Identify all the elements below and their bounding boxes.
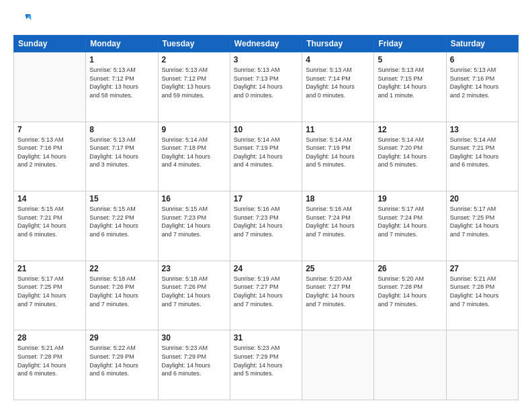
day-number: 1 <box>89 55 154 64</box>
day-cell: 25Sunrise: 5:20 AM Sunset: 7:27 PM Dayli… <box>302 261 374 330</box>
day-info: Sunrise: 5:14 AM Sunset: 7:19 PM Dayligh… <box>234 136 298 169</box>
weekday-header-row: SundayMondayTuesdayWednesdayThursdayFrid… <box>14 36 519 52</box>
day-info: Sunrise: 5:14 AM Sunset: 7:19 PM Dayligh… <box>306 136 370 169</box>
weekday-saturday: Saturday <box>446 36 518 52</box>
day-number: 23 <box>162 264 226 273</box>
day-number: 25 <box>306 264 370 273</box>
day-info: Sunrise: 5:15 AM Sunset: 7:23 PM Dayligh… <box>162 205 226 238</box>
day-number: 21 <box>17 264 82 273</box>
logo <box>13 11 35 30</box>
day-number: 29 <box>89 333 154 342</box>
day-number: 18 <box>306 194 370 203</box>
day-info: Sunrise: 5:20 AM Sunset: 7:28 PM Dayligh… <box>378 275 442 308</box>
day-cell <box>14 52 86 122</box>
day-info: Sunrise: 5:20 AM Sunset: 7:27 PM Dayligh… <box>306 275 370 308</box>
day-info: Sunrise: 5:17 AM Sunset: 7:25 PM Dayligh… <box>450 205 515 238</box>
weekday-thursday: Thursday <box>302 36 374 52</box>
day-cell: 15Sunrise: 5:15 AM Sunset: 7:22 PM Dayli… <box>86 191 158 261</box>
day-cell: 28Sunrise: 5:21 AM Sunset: 7:28 PM Dayli… <box>14 330 86 400</box>
day-cell: 10Sunrise: 5:14 AM Sunset: 7:19 PM Dayli… <box>230 122 302 191</box>
day-number: 4 <box>306 55 370 64</box>
day-cell: 31Sunrise: 5:23 AM Sunset: 7:29 PM Dayli… <box>230 330 302 400</box>
day-number: 15 <box>89 194 154 203</box>
day-cell: 1Sunrise: 5:13 AM Sunset: 7:12 PM Daylig… <box>86 52 158 122</box>
day-number: 11 <box>306 125 370 134</box>
week-row-5: 28Sunrise: 5:21 AM Sunset: 7:28 PM Dayli… <box>14 330 519 400</box>
day-cell: 21Sunrise: 5:17 AM Sunset: 7:25 PM Dayli… <box>14 261 86 330</box>
day-cell: 14Sunrise: 5:15 AM Sunset: 7:21 PM Dayli… <box>14 191 86 261</box>
day-info: Sunrise: 5:13 AM Sunset: 7:13 PM Dayligh… <box>234 66 298 99</box>
day-number: 17 <box>234 194 298 203</box>
weekday-friday: Friday <box>374 36 446 52</box>
header <box>13 11 519 30</box>
day-number: 24 <box>234 264 298 273</box>
day-number: 27 <box>450 264 515 273</box>
day-cell: 6Sunrise: 5:13 AM Sunset: 7:16 PM Daylig… <box>446 52 518 122</box>
day-info: Sunrise: 5:19 AM Sunset: 7:27 PM Dayligh… <box>234 275 298 308</box>
weekday-tuesday: Tuesday <box>158 36 230 52</box>
day-cell <box>446 330 518 400</box>
day-info: Sunrise: 5:23 AM Sunset: 7:29 PM Dayligh… <box>162 344 226 377</box>
day-number: 10 <box>234 125 298 134</box>
day-number: 12 <box>378 125 442 134</box>
day-cell: 16Sunrise: 5:15 AM Sunset: 7:23 PM Dayli… <box>158 191 230 261</box>
day-cell: 9Sunrise: 5:14 AM Sunset: 7:18 PM Daylig… <box>158 122 230 191</box>
day-info: Sunrise: 5:13 AM Sunset: 7:15 PM Dayligh… <box>378 66 442 99</box>
day-info: Sunrise: 5:22 AM Sunset: 7:29 PM Dayligh… <box>89 344 154 377</box>
day-info: Sunrise: 5:18 AM Sunset: 7:26 PM Dayligh… <box>162 275 226 308</box>
day-number: 6 <box>450 55 515 64</box>
day-info: Sunrise: 5:13 AM Sunset: 7:14 PM Dayligh… <box>306 66 370 99</box>
day-cell: 30Sunrise: 5:23 AM Sunset: 7:29 PM Dayli… <box>158 330 230 400</box>
day-info: Sunrise: 5:13 AM Sunset: 7:16 PM Dayligh… <box>450 66 515 99</box>
day-number: 31 <box>234 333 298 342</box>
day-info: Sunrise: 5:23 AM Sunset: 7:29 PM Dayligh… <box>234 344 298 377</box>
day-info: Sunrise: 5:15 AM Sunset: 7:21 PM Dayligh… <box>17 205 82 238</box>
day-cell: 17Sunrise: 5:16 AM Sunset: 7:23 PM Dayli… <box>230 191 302 261</box>
day-cell: 20Sunrise: 5:17 AM Sunset: 7:25 PM Dayli… <box>446 191 518 261</box>
day-cell: 18Sunrise: 5:16 AM Sunset: 7:24 PM Dayli… <box>302 191 374 261</box>
week-row-2: 7Sunrise: 5:13 AM Sunset: 7:16 PM Daylig… <box>14 122 519 191</box>
day-number: 22 <box>89 264 154 273</box>
day-cell: 12Sunrise: 5:14 AM Sunset: 7:20 PM Dayli… <box>374 122 446 191</box>
day-info: Sunrise: 5:16 AM Sunset: 7:24 PM Dayligh… <box>306 205 370 238</box>
day-info: Sunrise: 5:14 AM Sunset: 7:20 PM Dayligh… <box>378 136 442 169</box>
day-info: Sunrise: 5:17 AM Sunset: 7:24 PM Dayligh… <box>378 205 442 238</box>
day-number: 30 <box>162 333 226 342</box>
day-info: Sunrise: 5:13 AM Sunset: 7:12 PM Dayligh… <box>89 66 154 99</box>
day-number: 7 <box>17 125 82 134</box>
logo-icon <box>13 11 32 30</box>
day-number: 20 <box>450 194 515 203</box>
day-info: Sunrise: 5:15 AM Sunset: 7:22 PM Dayligh… <box>89 205 154 238</box>
day-info: Sunrise: 5:18 AM Sunset: 7:26 PM Dayligh… <box>89 275 154 308</box>
day-info: Sunrise: 5:13 AM Sunset: 7:12 PM Dayligh… <box>162 66 226 99</box>
day-number: 5 <box>378 55 442 64</box>
day-number: 3 <box>234 55 298 64</box>
day-cell: 13Sunrise: 5:14 AM Sunset: 7:21 PM Dayli… <box>446 122 518 191</box>
day-cell: 4Sunrise: 5:13 AM Sunset: 7:14 PM Daylig… <box>302 52 374 122</box>
day-info: Sunrise: 5:21 AM Sunset: 7:28 PM Dayligh… <box>17 344 82 377</box>
day-info: Sunrise: 5:14 AM Sunset: 7:21 PM Dayligh… <box>450 136 515 169</box>
day-number: 16 <box>162 194 226 203</box>
day-cell: 22Sunrise: 5:18 AM Sunset: 7:26 PM Dayli… <box>86 261 158 330</box>
day-info: Sunrise: 5:14 AM Sunset: 7:18 PM Dayligh… <box>162 136 226 169</box>
day-cell <box>302 330 374 400</box>
day-number: 14 <box>17 194 82 203</box>
day-info: Sunrise: 5:16 AM Sunset: 7:23 PM Dayligh… <box>234 205 298 238</box>
page: SundayMondayTuesdayWednesdayThursdayFrid… <box>0 0 532 411</box>
day-cell: 7Sunrise: 5:13 AM Sunset: 7:16 PM Daylig… <box>14 122 86 191</box>
day-info: Sunrise: 5:17 AM Sunset: 7:25 PM Dayligh… <box>17 275 82 308</box>
day-cell: 26Sunrise: 5:20 AM Sunset: 7:28 PM Dayli… <box>374 261 446 330</box>
day-info: Sunrise: 5:13 AM Sunset: 7:16 PM Dayligh… <box>17 136 82 169</box>
day-cell: 27Sunrise: 5:21 AM Sunset: 7:28 PM Dayli… <box>446 261 518 330</box>
day-number: 26 <box>378 264 442 273</box>
day-number: 19 <box>378 194 442 203</box>
day-number: 2 <box>162 55 226 64</box>
day-cell: 29Sunrise: 5:22 AM Sunset: 7:29 PM Dayli… <box>86 330 158 400</box>
day-number: 9 <box>162 125 226 134</box>
day-cell: 24Sunrise: 5:19 AM Sunset: 7:27 PM Dayli… <box>230 261 302 330</box>
day-cell: 3Sunrise: 5:13 AM Sunset: 7:13 PM Daylig… <box>230 52 302 122</box>
day-cell: 2Sunrise: 5:13 AM Sunset: 7:12 PM Daylig… <box>158 52 230 122</box>
week-row-4: 21Sunrise: 5:17 AM Sunset: 7:25 PM Dayli… <box>14 261 519 330</box>
day-cell: 8Sunrise: 5:13 AM Sunset: 7:17 PM Daylig… <box>86 122 158 191</box>
day-cell <box>374 330 446 400</box>
